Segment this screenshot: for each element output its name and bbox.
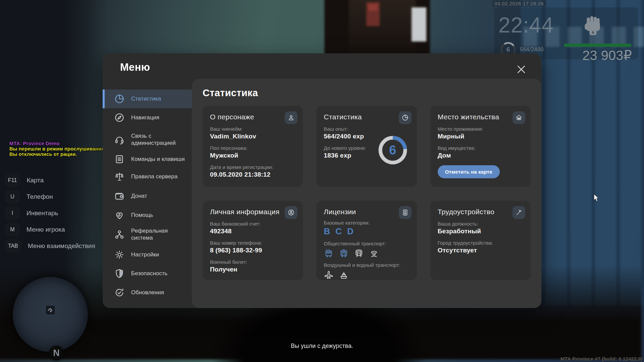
card-personal-info: Личная информация Ваш банковский счет: 4…	[203, 201, 303, 280]
network-icon	[114, 229, 125, 240]
pie-chart-icon	[399, 111, 412, 124]
field-value: Безработный	[438, 228, 523, 235]
hud-money: 23 903₽	[568, 48, 632, 63]
sidebar-item-navigation[interactable]: Навигация	[103, 110, 201, 125]
pickaxe-icon	[513, 206, 525, 219]
field-label: Место проживания:	[438, 126, 523, 132]
sidebar-item-commands-keys[interactable]: Команды и клавиши	[103, 148, 201, 170]
level-progress-ring: 6	[377, 135, 408, 166]
hotkey-label: Карта	[26, 177, 44, 184]
field-value: Мирный	[438, 133, 523, 140]
close-icon[interactable]	[516, 64, 527, 75]
minimap: N	[13, 277, 88, 352]
compass-icon	[114, 112, 125, 123]
card-statistics: Статистика Ваш опыт: 564/2400 exp До нов…	[316, 106, 417, 187]
hotkey-inventory: I Инвентарь	[5, 206, 95, 220]
hud-clock: 22:44	[498, 13, 554, 38]
sidebar-item-referral[interactable]: Реферальная система	[103, 224, 201, 245]
sidebar-item-security[interactable]: Безопасность	[103, 266, 201, 281]
hud-datetime: 03.02.2026 17:28:26	[492, 0, 546, 7]
plane-icon	[324, 269, 334, 280]
field-label: Ваша должность:	[438, 221, 523, 227]
ship-icon	[339, 269, 349, 280]
field-label: Дата и время регистрации:	[210, 164, 296, 170]
sidebar-item-label: Реферальная система	[131, 228, 185, 241]
key-badge: F11	[5, 174, 20, 187]
level-value: 6	[377, 135, 408, 166]
hotkey-player-menu: M Меню игрока	[5, 223, 95, 236]
server-watermark: MTA Province #7 (build: 6.12422.9)	[560, 356, 643, 362]
field-value: Мужской	[210, 152, 296, 159]
license-section-label: Воздушный и водный транспорт:	[324, 262, 409, 268]
sidebar-item-label: Навигация	[131, 114, 159, 121]
update-icon	[114, 287, 125, 298]
air-water-licenses	[324, 269, 409, 280]
hotkey-hints: F11 Карта U Телефон I Инвентарь M Меню и…	[5, 174, 95, 253]
content-title: Статистика	[192, 79, 541, 99]
house-icon	[513, 111, 525, 124]
card-title: Трудоустройство	[438, 208, 523, 216]
hotkey-phone: U Телефон	[5, 190, 95, 203]
sidebar-item-help[interactable]: Помощь	[103, 208, 201, 223]
hud-health-bar	[564, 44, 631, 47]
field-value: 492348	[210, 228, 296, 235]
person-icon	[285, 111, 298, 124]
key-badge: U	[5, 190, 20, 203]
card-character: О персонаже Ваш никнейм: Vadim_Klinkov П…	[203, 106, 303, 187]
sidebar-item-statistics[interactable]: Статистика	[103, 89, 201, 108]
wallet-icon	[114, 191, 125, 201]
card-title: Место жительства	[438, 113, 523, 121]
field-value: 1836 exp	[324, 152, 374, 159]
hotkey-label: Телефон	[26, 193, 53, 200]
mouse-cursor-icon	[594, 194, 599, 203]
mark-on-map-button[interactable]: Отметить на карте	[438, 165, 500, 178]
field-label: Ваш банковский счет:	[210, 221, 296, 227]
sidebar-item-label: Обновления	[131, 289, 164, 296]
sidebar-item-settings[interactable]: Настройки	[103, 247, 201, 262]
key-badge: TAB	[5, 239, 21, 253]
trolleybus-icon	[324, 248, 334, 258]
field-value: 09.05.2020 21:38:12	[210, 171, 296, 178]
sidebar-item-admin-contact[interactable]: Связь с администрацией	[103, 129, 201, 150]
card-title: Личная информация	[210, 208, 296, 216]
field-label: Военный билет:	[210, 259, 296, 265]
sidebar-item-donate[interactable]: Донат	[103, 189, 201, 203]
gear-icon	[114, 249, 125, 260]
raised-fist-icon	[584, 15, 602, 38]
license-categories: B C D	[324, 226, 409, 237]
tram-icon	[339, 248, 349, 258]
sidebar-item-server-rules[interactable]: Правила сервера	[103, 169, 201, 184]
field-label: Пол персонажа:	[210, 145, 296, 151]
key-badge: M	[5, 223, 20, 236]
field-label: Ваш номер телефона:	[210, 240, 296, 246]
statistics-content: Статистика О персонаже Ваш никнейм: Vadi…	[192, 79, 541, 308]
sidebar-item-updates[interactable]: Обновления	[103, 285, 201, 300]
sidebar-item-label: Статистика	[131, 96, 161, 103]
field-value: Получен	[210, 266, 296, 273]
hotkey-map: F11 Карта	[5, 174, 95, 187]
card-residence: Место жительства Место проживания: Мирны…	[430, 106, 531, 187]
hotkey-interaction-menu: TAB Меню взаимодействия	[5, 239, 95, 253]
license-category: D	[347, 226, 354, 237]
sidebar-item-label: Связь с администрацией	[131, 133, 185, 146]
shield-icon	[114, 268, 125, 279]
menu-panel: Меню Статистика Навигация Связь с админи…	[103, 53, 541, 308]
hotkey-label: Меню взаимодействия	[28, 242, 95, 250]
field-label: Ваш никнейм:	[210, 126, 296, 132]
key-badge: I	[5, 206, 20, 220]
compass-north-badge: N	[49, 346, 64, 360]
field-value: Дом	[438, 152, 523, 159]
hud-exp-value: 564/2400	[520, 47, 544, 53]
card-licenses: Лицензии Базовые категории: B C D Общест…	[316, 201, 417, 280]
player-marker-icon	[46, 306, 55, 316]
card-title: О персонаже	[210, 113, 296, 121]
license-doc-icon	[399, 206, 412, 219]
conductor-icon	[369, 248, 379, 258]
document-icon	[114, 154, 125, 165]
card-employment: Трудоустройство Ваша должность: Безработ…	[430, 201, 531, 280]
license-section-label: Базовые категории:	[324, 220, 409, 226]
menu-title: Меню	[120, 61, 150, 73]
sidebar-item-label: Безопасность	[131, 270, 167, 277]
license-section-label: Общественный транспорт:	[324, 241, 409, 246]
sidebar-item-label: Донат	[131, 193, 147, 200]
